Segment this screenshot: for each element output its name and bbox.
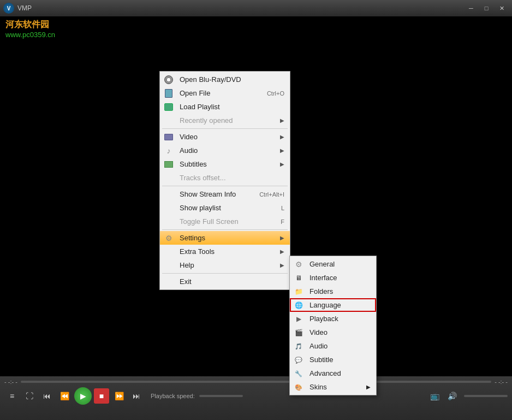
submenu-item-advanced[interactable]: Advanced xyxy=(290,366,376,380)
fullscreen-button[interactable]: ⛶ xyxy=(22,388,37,404)
skip-back-button[interactable]: ⏮ xyxy=(39,388,55,404)
speed-slider[interactable] xyxy=(199,395,243,397)
general-icon xyxy=(293,259,304,270)
language-icon xyxy=(293,300,304,311)
close-button[interactable]: ✕ xyxy=(495,3,509,14)
menu-item-help[interactable]: Help ▶ xyxy=(160,258,290,272)
minimize-button[interactable]: ─ xyxy=(464,3,478,14)
submenu-item-subtitle[interactable]: Subtitle xyxy=(290,353,376,366)
menu-item-show-playlist[interactable]: Show playlist L xyxy=(160,201,290,215)
menu-item-open-bluray[interactable]: Open Blu-Ray/DVD xyxy=(160,73,290,86)
menu-item-recently-opened[interactable]: Recently opened ▶ xyxy=(160,114,290,127)
window-controls: ─ □ ✕ xyxy=(464,3,509,14)
subtitle-icon xyxy=(293,354,304,365)
prev-button[interactable]: ⏪ xyxy=(57,388,72,404)
controls-bar: - -:- - - -:- - ≡ ⛶ ⏮ ⏪ ▶ ■ ⏩ ⏭ Playback… xyxy=(0,376,512,420)
separator-1 xyxy=(162,128,288,129)
menu-label-exit: Exit xyxy=(180,277,192,286)
submenu-label-interface: Interface xyxy=(309,274,337,282)
menu-item-tracks-offset[interactable]: Tracks offset... xyxy=(160,171,290,185)
time-total: - -:- - xyxy=(495,378,508,385)
menu-item-settings[interactable]: Settings ▶ xyxy=(160,231,290,245)
shortcut-toggle-fullscreen: F xyxy=(281,218,284,225)
progress-bar[interactable] xyxy=(21,381,491,383)
menu-label-load-playlist: Load Playlist xyxy=(180,103,220,111)
menu-item-video[interactable]: Video ▶ xyxy=(160,130,290,144)
submenu-item-video[interactable]: Video xyxy=(290,326,376,339)
help-arrow-icon: ▶ xyxy=(280,262,284,268)
submenu-label-folders: Folders xyxy=(309,287,333,295)
submenu-item-audio[interactable]: Audio xyxy=(290,339,376,353)
submenu-label-video: Video xyxy=(309,328,328,336)
controls-row: ≡ ⛶ ⏮ ⏪ ▶ ■ ⏩ ⏭ Playback speed: 📺 🔊 xyxy=(4,387,508,405)
video-icon xyxy=(163,132,174,143)
menu-item-audio[interactable]: ♪ Audio ▶ xyxy=(160,144,290,157)
separator-2 xyxy=(162,186,288,186)
menu-item-subtitles[interactable]: Subtitles ▶ xyxy=(160,157,290,171)
titlebar: V VMP ─ □ ✕ xyxy=(0,0,512,16)
menu-label-recently-opened: Recently opened xyxy=(180,116,233,125)
menu-label-open-bluray: Open Blu-Ray/DVD xyxy=(180,75,241,84)
menu-item-toggle-fullscreen[interactable]: Toggle Full Screen F xyxy=(160,215,290,228)
submenu-item-interface[interactable]: Interface xyxy=(290,271,376,285)
menu-label-help: Help xyxy=(180,261,194,269)
stop-button[interactable]: ■ xyxy=(94,388,109,404)
playback-icon xyxy=(293,313,304,324)
submenu-item-folders[interactable]: Folders xyxy=(290,285,376,298)
menu-item-extra-tools[interactable]: Extra Tools ▶ xyxy=(160,245,290,258)
play-button[interactable]: ▶ xyxy=(74,387,92,405)
watermark-line2: www.pc0359.cn xyxy=(5,31,55,39)
submenu-label-general: General xyxy=(309,260,335,268)
disc-icon xyxy=(163,74,174,85)
submenu-item-skins[interactable]: Skins ▶ xyxy=(290,380,376,394)
menu-label-show-stream-info: Show Stream Info xyxy=(180,190,236,198)
skins-arrow-icon: ▶ xyxy=(366,384,371,390)
submenu-label-subtitle: Subtitle xyxy=(309,356,333,364)
separator-4 xyxy=(162,273,288,274)
menu-label-tracks-offset: Tracks offset... xyxy=(180,174,226,182)
arrow-icon: ▶ xyxy=(280,117,284,123)
skip-forward-button[interactable]: ⏭ xyxy=(129,388,144,404)
interface-icon xyxy=(293,273,304,283)
watermark: 河东软件园 www.pc0359.cn xyxy=(5,19,55,39)
time-elapsed: - -:- - xyxy=(4,378,17,385)
playlist-button[interactable]: ≡ xyxy=(4,388,20,404)
folders-icon xyxy=(293,286,304,297)
menu-label-toggle-fullscreen: Toggle Full Screen xyxy=(180,217,239,226)
shortcut-open-file: Ctrl+O xyxy=(267,90,284,97)
submenu-item-playback[interactable]: Playback xyxy=(290,312,376,326)
submenu-label-skins: Skins xyxy=(309,383,327,391)
volume-slider[interactable] xyxy=(464,395,508,397)
submenu-label-playback: Playback xyxy=(309,315,338,323)
audio-icon: ♪ xyxy=(163,145,174,156)
progress-area: - -:- - - -:- - xyxy=(4,378,508,385)
submenu-video-icon xyxy=(293,327,304,338)
menu-label-extra-tools: Extra Tools xyxy=(180,247,215,256)
menu-label-show-playlist: Show playlist xyxy=(180,204,221,212)
menu-item-open-file[interactable]: Open File Ctrl+O xyxy=(160,86,290,100)
submenu-settings: General Interface Folders Language Playb… xyxy=(289,256,377,395)
menu-label-open-file: Open File xyxy=(180,89,210,97)
menu-label-video: Video xyxy=(180,133,198,141)
settings-arrow-icon: ▶ xyxy=(280,235,284,241)
submenu-label-advanced: Advanced xyxy=(309,369,341,377)
submenu-label-language: Language xyxy=(309,301,341,309)
shortcut-show-playlist: L xyxy=(281,205,284,211)
submenu-item-language[interactable]: Language xyxy=(290,298,376,312)
submenu-item-general[interactable]: General xyxy=(290,257,376,271)
playback-speed-label: Playback speed: xyxy=(151,393,195,399)
menu-item-load-playlist[interactable]: Load Playlist xyxy=(160,100,290,114)
menu-label-subtitles: Subtitles xyxy=(180,160,207,168)
app-title: VMP xyxy=(17,4,464,12)
menu-item-show-stream-info[interactable]: Show Stream Info Ctrl+Alt+I xyxy=(160,187,290,201)
volume-button[interactable]: 🔊 xyxy=(444,388,460,404)
subtitles-icon xyxy=(163,159,174,170)
tv-button[interactable]: 📺 xyxy=(427,388,442,404)
menu-item-exit[interactable]: Exit xyxy=(160,275,290,288)
maximize-button[interactable]: □ xyxy=(479,3,493,14)
shortcut-show-stream-info: Ctrl+Alt+I xyxy=(259,191,284,198)
submenu-label-audio: Audio xyxy=(309,342,328,350)
next-button[interactable]: ⏩ xyxy=(111,388,127,404)
settings-icon xyxy=(163,233,174,244)
menu-label-settings: Settings xyxy=(180,234,205,242)
